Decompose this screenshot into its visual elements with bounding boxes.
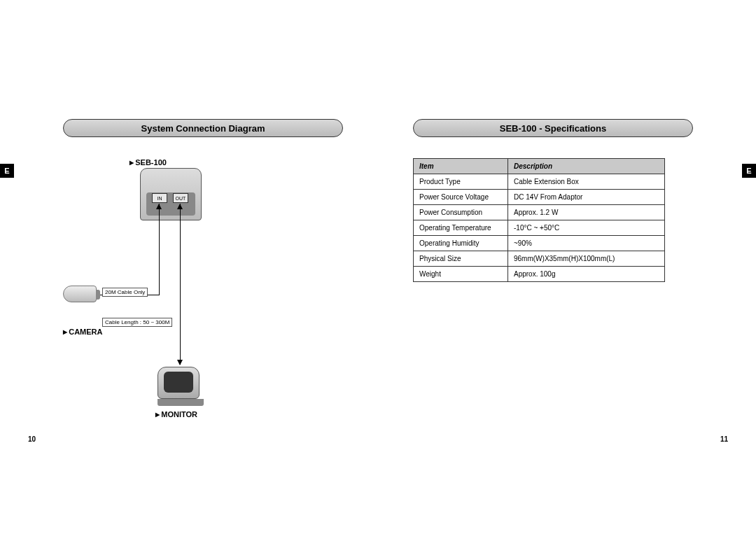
table-row: Operating Humidity ~90% [414, 236, 665, 251]
cable-length-note: Cable Length : 50 ~ 300M [102, 318, 172, 327]
page-number-left: 10 [28, 435, 36, 443]
th-item: Item [414, 159, 508, 174]
label-monitor: MONITOR [155, 410, 197, 419]
side-tab-right: E [742, 164, 756, 178]
connection-diagram: SEB-100 IN OUT 20M Cable Only Cable Leng… [63, 158, 287, 410]
seb100-device-icon [140, 168, 202, 220]
table-row: Power Consumption Approx. 1.2 W [414, 205, 665, 220]
cell-item: Physical Size [414, 251, 508, 267]
cell-item: Power Consumption [414, 205, 508, 220]
label-camera: CAMERA [63, 328, 103, 336]
arrow-camera-to-seb [159, 204, 160, 295]
monitor-body [158, 367, 200, 399]
cell-item: Power Source Voltage [414, 190, 508, 205]
port-in: IN [152, 193, 167, 203]
cell-item: Operating Humidity [414, 236, 508, 251]
port-out: OUT [173, 193, 188, 203]
th-desc: Description [508, 159, 665, 174]
cell-desc: DC 14V From Adaptor [508, 190, 665, 205]
cell-desc: -10°C ~ +50°C [508, 220, 665, 236]
monitor-base [158, 399, 204, 406]
table-row: Physical Size 96mm(W)X35mm(H)X100mm(L) [414, 251, 665, 267]
cell-desc: Cable Extension Box [508, 174, 665, 190]
page-number-right: 11 [720, 435, 728, 443]
section-title-right: SEB-100 - Specifications [413, 119, 693, 137]
table-row: Weight Approx. 100g [414, 267, 665, 282]
table-row: Power Source Voltage DC 14V From Adaptor [414, 190, 665, 205]
cable-only-note: 20M Cable Only [102, 288, 148, 297]
page-right: E SEB-100 - Specifications Item Descript… [378, 0, 756, 534]
arrowhead-in-icon [156, 204, 162, 209]
table-row: Operating Temperature -10°C ~ +50°C [414, 220, 665, 236]
side-tab-left: E [0, 164, 14, 178]
page-left: E System Connection Diagram SEB-100 IN O… [0, 0, 378, 534]
label-seb100: SEB-100 [130, 158, 167, 167]
section-title-left: System Connection Diagram [63, 119, 343, 137]
table-header-row: Item Description [414, 159, 665, 174]
cell-desc: Approx. 1.2 W [508, 205, 665, 220]
table-row: Product Type Cable Extension Box [414, 174, 665, 190]
specifications-table: Item Description Product Type Cable Exte… [413, 158, 665, 282]
cell-item: Operating Temperature [414, 220, 508, 236]
cell-desc: 96mm(W)X35mm(H)X100mm(L) [508, 251, 665, 267]
monitor-screen [164, 372, 193, 393]
cell-desc: ~90% [508, 236, 665, 251]
cell-desc: Approx. 100g [508, 267, 665, 282]
arrowhead-out-up-icon [177, 204, 183, 209]
arrow-seb-to-monitor [180, 204, 181, 365]
page-spread: E System Connection Diagram SEB-100 IN O… [0, 0, 756, 534]
camera-icon [63, 286, 97, 302]
cell-item: Weight [414, 267, 508, 282]
cell-item: Product Type [414, 174, 508, 190]
arrowhead-out-down-icon [177, 360, 183, 365]
monitor-icon [158, 367, 204, 406]
